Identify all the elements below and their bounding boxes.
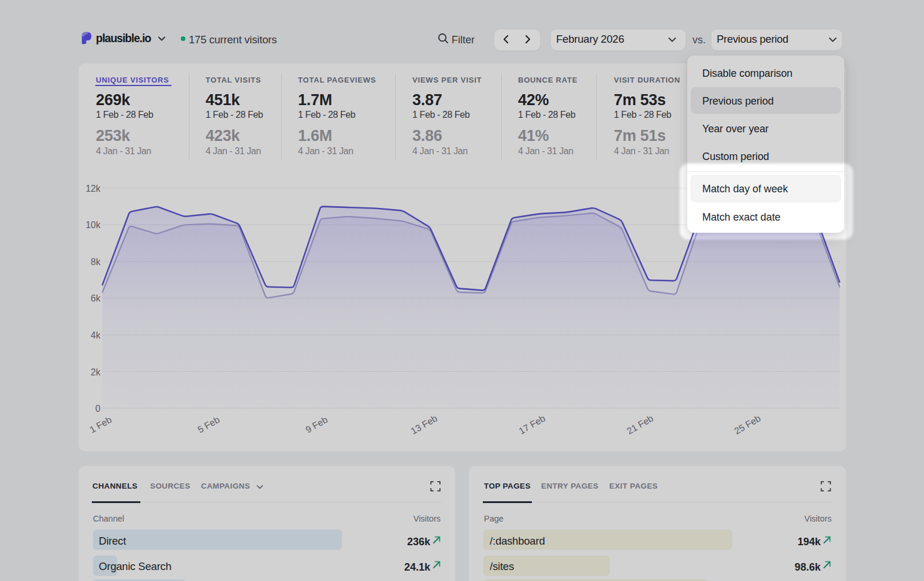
svg-text:9 Feb: 9 Feb <box>304 415 329 435</box>
svg-text:8k: 8k <box>91 257 101 267</box>
svg-text:10k: 10k <box>85 220 101 230</box>
svg-text:1 Feb: 1 Feb <box>88 415 113 435</box>
svg-text:2k: 2k <box>91 367 101 377</box>
svg-text:6k: 6k <box>91 293 101 303</box>
svg-text:17 Feb: 17 Feb <box>517 413 547 436</box>
svg-text:21 Feb: 21 Feb <box>625 413 655 436</box>
svg-text:25 Feb: 25 Feb <box>732 413 762 436</box>
svg-text:4k: 4k <box>91 330 101 340</box>
svg-text:13 Feb: 13 Feb <box>409 413 439 436</box>
svg-text:5 Feb: 5 Feb <box>196 415 221 435</box>
svg-text:0: 0 <box>95 404 100 414</box>
svg-text:12k: 12k <box>85 184 101 193</box>
